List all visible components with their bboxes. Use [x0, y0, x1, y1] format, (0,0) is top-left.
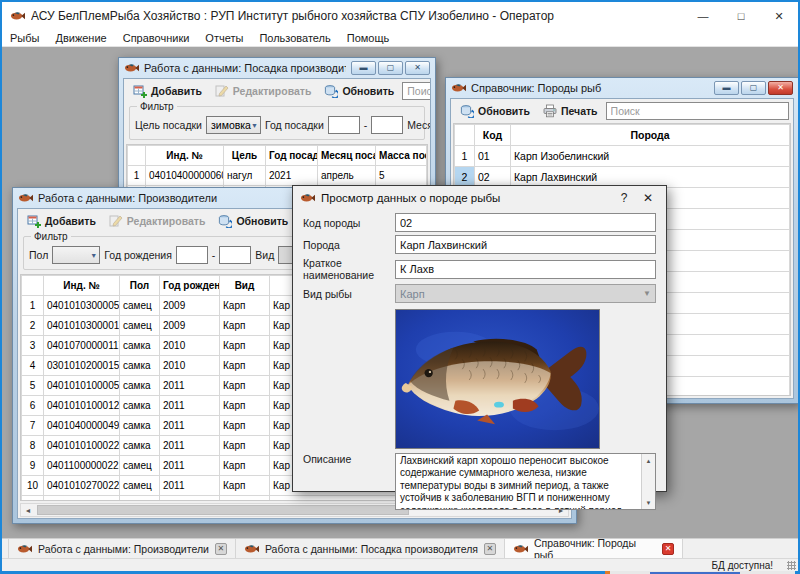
row-number[interactable]: 8 — [22, 436, 44, 456]
cell[interactable]: 2011 — [160, 456, 220, 476]
refresh-button[interactable]: Обновить — [213, 212, 293, 230]
minimize-button[interactable]: ▬ — [714, 81, 739, 95]
scroll-down-icon[interactable]: ▼ — [642, 496, 655, 509]
year-to-input[interactable] — [371, 116, 403, 134]
cell[interactable]: 2011 — [160, 436, 220, 456]
row-number[interactable]: 6 — [22, 396, 44, 416]
tab-breeds[interactable]: Справочник: Породы рыб ✕ — [505, 539, 683, 558]
cell[interactable]: Карп — [220, 296, 270, 316]
row-number[interactable]: 2 — [22, 316, 44, 336]
minimize-button[interactable]: ▬ — [351, 61, 376, 75]
cell[interactable]: апрель — [318, 166, 376, 186]
birth-from-input[interactable] — [176, 246, 208, 264]
cell[interactable]: самка — [120, 396, 160, 416]
scroll-up-icon[interactable]: ▲ — [642, 454, 655, 467]
row-number[interactable]: 1 — [455, 146, 475, 167]
vertical-scrollbar[interactable]: ▲ ▼ — [641, 454, 655, 509]
cell[interactable]: Карп Изобелинский — [511, 146, 790, 167]
cell[interactable]: 2010 — [160, 336, 220, 356]
cell[interactable]: Карп — [220, 336, 270, 356]
cell[interactable]: 0401010100005711 — [44, 376, 120, 396]
menu-movement[interactable]: Движение — [47, 31, 114, 45]
cell[interactable]: 01 — [475, 146, 511, 167]
minimize-button[interactable]: — — [684, 2, 722, 30]
year-from-input[interactable] — [328, 116, 360, 134]
column-header[interactable]: Год рождения — [160, 276, 220, 296]
column-header[interactable]: Порода — [511, 125, 790, 146]
cell[interactable]: 2011 — [160, 416, 220, 436]
cell[interactable]: Карп — [220, 416, 270, 436]
sex-combobox[interactable]: ▼ — [52, 246, 100, 264]
cell[interactable]: 0401010270022411 — [44, 476, 120, 496]
tab-stocking[interactable]: Работа с данными: Посадка производителя … — [236, 539, 505, 558]
menu-help[interactable]: Помощь — [339, 31, 398, 45]
tab-close-icon[interactable]: ✕ — [662, 543, 674, 555]
cell[interactable]: самец — [120, 316, 160, 336]
refresh-button[interactable]: Обновить — [455, 102, 535, 120]
cell[interactable]: Карп — [220, 376, 270, 396]
cell[interactable]: 2011 — [160, 476, 220, 496]
row-number[interactable]: 7 — [22, 416, 44, 436]
column-header[interactable]: Год посадки — [266, 146, 318, 166]
fish-kind-combobox[interactable]: Карп▼ — [395, 284, 656, 303]
close-icon[interactable]: ✕ — [405, 61, 430, 75]
breeds-title-bar[interactable]: Справочник: Породы рыб ▬ ▢ ✕ — [450, 78, 794, 98]
cell[interactable]: 0401100000022111 — [44, 456, 120, 476]
row-number[interactable]: 1 — [22, 296, 44, 316]
search-input[interactable] — [402, 82, 431, 100]
row-number[interactable]: 1 — [128, 166, 146, 186]
cell[interactable]: 5 — [376, 166, 427, 186]
tab-close-icon[interactable]: ✕ — [215, 543, 227, 555]
close-icon[interactable]: ✕ — [639, 191, 657, 205]
tab-producers[interactable]: Работа с данными: Производители ✕ — [8, 539, 236, 558]
cell[interactable]: самка — [120, 416, 160, 436]
cell[interactable]: 2011 — [160, 376, 220, 396]
row-number[interactable]: 5 — [22, 376, 44, 396]
description-textarea[interactable]: Лахвинский карп хорошо переносит высокое… — [395, 453, 656, 510]
birth-to-input[interactable] — [219, 246, 251, 264]
close-icon[interactable]: ✕ — [768, 81, 793, 95]
breed-code-input[interactable] — [395, 213, 656, 232]
menu-fish[interactable]: Рыбы — [2, 31, 47, 45]
help-button[interactable]: ? — [615, 191, 633, 205]
cell[interactable]: 2009 — [160, 296, 220, 316]
cell[interactable]: 0401040000006013 — [146, 166, 224, 186]
cell[interactable]: Карп — [220, 396, 270, 416]
tab-close-icon[interactable]: ✕ — [484, 543, 496, 555]
short-name-input[interactable] — [395, 260, 656, 279]
cell[interactable]: Карп — [220, 456, 270, 476]
row-number[interactable]: 4 — [22, 356, 44, 376]
column-header[interactable]: Инд. № — [146, 146, 224, 166]
dialog-title-bar[interactable]: Просмотр данных о породе рыбы ? ✕ — [293, 186, 666, 210]
maximize-button[interactable]: □ — [722, 2, 760, 30]
cell[interactable]: самка — [120, 336, 160, 356]
cell[interactable]: Карп — [220, 436, 270, 456]
cell[interactable]: Карп — [220, 316, 270, 336]
column-header[interactable]: Код — [475, 125, 511, 146]
column-header[interactable]: Инд. № — [44, 276, 120, 296]
print-button[interactable]: Печать — [538, 102, 603, 120]
maximize-button[interactable]: ▢ — [378, 61, 403, 75]
cell[interactable]: Карп — [220, 476, 270, 496]
column-header[interactable]: Масса посадки — [376, 146, 427, 166]
add-button[interactable]: Добавить — [128, 82, 207, 100]
cell[interactable]: самец — [120, 456, 160, 476]
cell[interactable]: нагул — [224, 166, 266, 186]
cell[interactable]: самка — [120, 356, 160, 376]
cell[interactable]: 0301010200015910 — [44, 356, 120, 376]
cell[interactable]: 2011 — [160, 396, 220, 416]
column-header[interactable]: Пол — [120, 276, 160, 296]
table-row[interactable]: 101Карп Изобелинский — [455, 146, 790, 167]
row-number[interactable]: 9 — [22, 456, 44, 476]
search-input[interactable] — [606, 102, 789, 120]
cell[interactable]: 0401040000049011 — [44, 416, 120, 436]
column-header[interactable]: Месяц посадки — [318, 146, 376, 166]
cell[interactable]: 0401010100022311 — [44, 436, 120, 456]
cell[interactable]: 0401010300005909 — [44, 296, 120, 316]
cell[interactable]: самка — [120, 376, 160, 396]
cell[interactable]: 0401070000011710 — [44, 336, 120, 356]
maximize-button[interactable]: ▢ — [741, 81, 766, 95]
cell[interactable]: 0401010300001909 — [44, 316, 120, 336]
cell[interactable]: Карп — [220, 356, 270, 376]
column-header[interactable]: Цель — [224, 146, 266, 166]
